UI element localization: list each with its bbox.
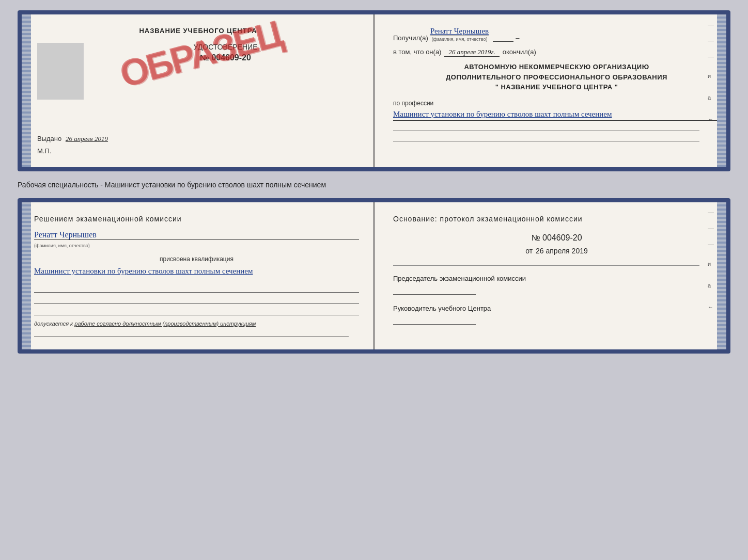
admitted-block: допускается к работе согласно должностны… — [34, 321, 359, 327]
extra-line-2 — [393, 135, 699, 141]
cert-number: № 004609-20 — [92, 53, 359, 62]
b-mark-a: а — [708, 282, 714, 289]
mark-arrow: ← — [708, 116, 714, 122]
protocol-date: от 26 апреля 2019 — [393, 247, 720, 255]
dash-after-name — [493, 41, 513, 42]
admitted-value: работе согласно должностным (производств… — [74, 321, 256, 327]
received-prefix: Получил(а) — [393, 34, 428, 42]
chairman-block: Председатель экзаменационной комиссии — [393, 274, 720, 295]
line-2 — [34, 298, 359, 304]
photo-placeholder — [37, 43, 84, 100]
org-line1: АВТОНОМНУЮ НЕКОММЕРЧЕСКУЮ ОРГАНИЗАЦИЮ — [393, 62, 720, 72]
in-that-line: в том, что он(а) 26 апреля 2019г. окончи… — [393, 48, 720, 57]
issued-label: Выдано — [37, 135, 61, 142]
exam-title: Решением экзаменационной комиссии — [34, 215, 359, 223]
protocol-number: № 004609-20 — [393, 233, 720, 243]
cert-issued: Выдано 26 апреля 2019 — [37, 135, 359, 143]
bottom-lines — [34, 286, 359, 315]
finished-label: окончил(а) — [503, 48, 536, 56]
director-signature — [393, 317, 476, 325]
profession-label: по профессии — [393, 100, 720, 107]
basis-title: Основание: протокол экзаменационной коми… — [393, 215, 720, 223]
top-right-content: Получил(а) Ренатт Чернышев (фамилия, имя… — [389, 27, 720, 141]
divider-line — [393, 265, 699, 266]
bottom-right-content: Основание: протокол экзаменационной коми… — [389, 215, 720, 325]
qual-value: Машинист установки по бурению стволов ша… — [34, 265, 359, 278]
profession-value: Машинист установки по бурению стволов ша… — [393, 108, 720, 121]
b-mark-arrow: ← — [708, 304, 714, 310]
b-dash-2 — [708, 229, 714, 229]
mark-i: и — [708, 73, 714, 79]
protocol-date-prefix: от — [525, 247, 533, 255]
person-name-block: Ренатт Чернышев (фамилия, имя, отчество) — [34, 230, 359, 249]
right-edge-dashes-b: и а ← — [708, 213, 714, 310]
in-that-label: в том, что он(а) — [393, 48, 441, 56]
right-edge-dashes: и а ← — [708, 25, 714, 122]
received-dash: – — [516, 34, 519, 42]
mp-label: М.П. — [37, 147, 359, 155]
mark-a: а — [708, 94, 714, 101]
extra-line-b — [34, 331, 349, 337]
admitted-label: допускается к — [34, 321, 73, 327]
chairman-label: Председатель экзаменационной комиссии — [393, 274, 720, 283]
dash-2 — [708, 41, 714, 41]
org-block: АВТОНОМНУЮ НЕКОММЕРЧЕСКУЮ ОРГАНИЗАЦИЮ ДО… — [393, 62, 720, 92]
b-dash-1 — [708, 213, 714, 213]
qual-label: присвоена квалификация — [34, 255, 359, 263]
chairman-signature — [393, 287, 476, 295]
received-name: Ренатт Чернышев — [430, 27, 489, 36]
person-name-hint: (фамилия, имя, отчество) — [34, 243, 90, 248]
cert-subtitle: УДОСТОВЕРЕНИЕ — [92, 43, 359, 51]
bottom-left-panel: Решением экзаменационной комиссии Ренатт… — [22, 202, 375, 349]
completion-date: 26 апреля 2019г. — [444, 48, 499, 57]
received-line: Получил(а) Ренатт Чернышев (фамилия, имя… — [393, 27, 720, 42]
dash-1 — [708, 25, 714, 25]
director-label: Руководитель учебного Центра — [393, 304, 720, 313]
issued-date: 26 апреля 2019 — [66, 135, 108, 142]
top-document: НАЗВАНИЕ УЧЕБНОГО ЦЕНТРА УДОСТОВЕРЕНИЕ №… — [18, 10, 730, 171]
person-name: Ренатт Чернышев — [34, 230, 359, 240]
top-left-panel: НАЗВАНИЕ УЧЕБНОГО ЦЕНТРА УДОСТОВЕРЕНИЕ №… — [22, 14, 375, 167]
dash-3 — [708, 57, 714, 57]
bottom-right-panel: и а ← Основание: протокол экзаменационно… — [375, 202, 726, 349]
bottom-left-content: Решением экзаменационной комиссии Ренатт… — [28, 215, 359, 337]
bottom-document: Решением экзаменационной комиссии Ренатт… — [18, 198, 730, 354]
received-hint: (фамилия, имя, отчество) — [432, 37, 488, 42]
director-block: Руководитель учебного Центра — [393, 304, 720, 325]
top-right-panel: и а ← Получил(а) Ренатт Чернышев (фамили… — [375, 14, 726, 167]
extra-line-1 — [393, 125, 699, 131]
line-1 — [34, 286, 359, 293]
org-line3: " НАЗВАНИЕ УЧЕБНОГО ЦЕНТРА " — [393, 82, 720, 92]
top-cert-title: НАЗВАНИЕ УЧЕБНОГО ЦЕНТРА — [37, 27, 359, 35]
protocol-date-value: 26 апреля 2019 — [536, 247, 588, 255]
b-mark-i: и — [708, 261, 714, 267]
separator-text: Рабочая специальность - Машинист установ… — [18, 178, 730, 192]
line-3 — [34, 309, 359, 315]
b-dash-3 — [708, 245, 714, 245]
org-line2: ДОПОЛНИТЕЛЬНОГО ПРОФЕССИОНАЛЬНОГО ОБРАЗО… — [393, 72, 720, 83]
